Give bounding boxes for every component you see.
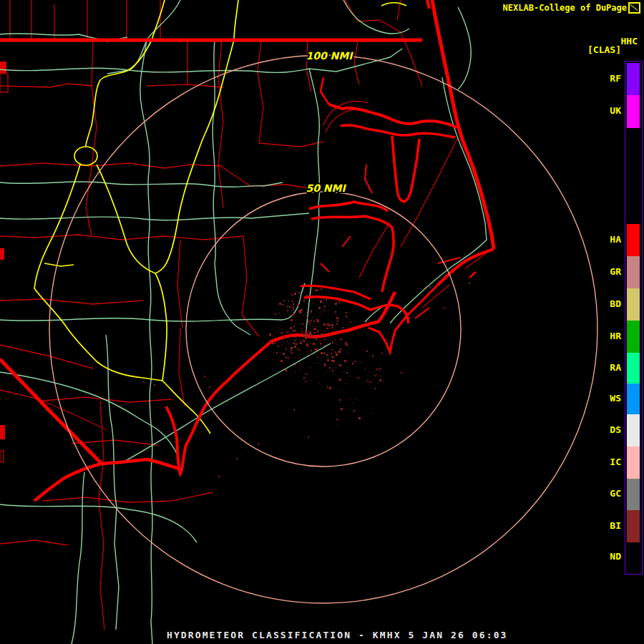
legend-label-GR: GR [592,266,621,277]
legend-label-HR: HR [592,331,621,341]
legend-label-HA: HA [592,234,621,245]
legend-swatch-HA [627,224,640,256]
legend-swatch-DS [627,414,640,447]
label-100nmi: 100 NMI [306,50,354,62]
legend-swatch-BI [627,510,640,542]
radar-map: 100 NMI 50 NMI [0,0,644,644]
legend-swatch-HR [627,321,640,353]
product-title: HYDROMETEOR CLASSIFICATION - KMHX 5 JAN … [167,630,507,640]
legend-swatch-GR [627,256,640,288]
product-mode-label: [CLAS] [587,44,621,55]
map-background [0,0,644,644]
label-50nmi: 50 NMI [306,182,346,194]
legend-swatch-UK [627,95,640,128]
legend-label-DS: DS [592,424,621,435]
product-code-label: HHC [621,36,638,47]
legend-label-WS: WS [592,393,621,404]
legend-color-bar [625,61,643,575]
page-title: NEXLAB-College of DuPage [503,3,627,13]
radar-screen: 100 NMI 50 NMI NEXLAB-College of DuPage … [0,0,644,644]
external-link-icon[interactable] [628,2,640,14]
legend-label-BI: BI [592,520,621,531]
legend-label-UK: UK [592,105,621,116]
legend-swatch-RF [627,63,640,95]
legend-label-BD: BD [592,298,621,309]
legend-swatch-BD [627,288,640,321]
legend-label-RA: RA [592,362,621,373]
legend-swatch-IC [627,447,640,479]
legend-label-ND: ND [592,551,621,562]
legend-swatch-WS [627,384,640,414]
legend-swatch-GC [627,479,640,510]
legend-label-GC: GC [592,488,621,499]
legend-label-RF: RF [592,73,621,84]
legend-swatch-RA [627,353,640,384]
legend-label-IC: IC [592,457,621,467]
